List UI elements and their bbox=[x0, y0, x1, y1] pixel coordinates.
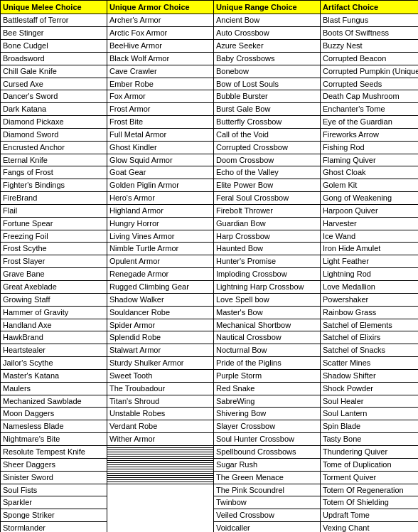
artifact-item: Corrupted Seeds bbox=[321, 78, 418, 91]
range-item: Burst Gale Bow bbox=[214, 103, 320, 116]
artifact-item: Blast Fungus bbox=[321, 14, 418, 27]
range-item: Haunted Bow bbox=[214, 243, 320, 255]
melee-item: Sinister Sword bbox=[1, 472, 107, 484]
armor-item: Archer's Armor bbox=[107, 14, 213, 27]
armor-item: Ember Robe bbox=[107, 78, 213, 91]
artifact-item: Harvester bbox=[321, 218, 418, 230]
armor-item: Cave Crawler bbox=[107, 65, 213, 78]
range-item: Corrupted Crossbow bbox=[214, 142, 320, 154]
artifact-item: Tasty Bone bbox=[321, 433, 418, 446]
armor-item: Glow Squid Armor bbox=[107, 154, 213, 167]
melee-item: Moon Daggers bbox=[1, 408, 107, 420]
artifact-item: Vexing Chant bbox=[321, 522, 418, 532]
melee-item: Mechanized Sawblade bbox=[1, 395, 107, 408]
range-item: The Pink Scoundrel bbox=[214, 484, 320, 497]
artifact-item: Gong of Weakening bbox=[321, 192, 418, 205]
artifact-item: Thundering Quiver bbox=[321, 446, 418, 459]
range-item: Nocturnal Bow bbox=[214, 344, 320, 357]
armor-item: Goat Gear bbox=[107, 166, 213, 179]
artifact-item: Tome of Duplication bbox=[321, 459, 418, 472]
range-item: Lightning Harp Crossbow bbox=[214, 281, 320, 294]
melee-item: Bee Stinger bbox=[1, 27, 107, 40]
armor-item: Opulent Armor bbox=[107, 255, 213, 268]
artifact-item: Boots Of Swiftness bbox=[321, 27, 418, 40]
armor-item: Sturdy Shulker Armor bbox=[107, 357, 213, 370]
artifact-item: Powershaker bbox=[321, 294, 418, 307]
melee-item: Freezing Foil bbox=[1, 230, 107, 243]
armor-header: Unique Armor Choice bbox=[107, 1, 213, 14]
range-item: Firebolt Thrower bbox=[214, 205, 320, 218]
armor-item: Titan's Shroud bbox=[107, 395, 213, 408]
melee-item: Master's Katana bbox=[1, 370, 107, 383]
armor-column: Unique Armor Choice Archer's ArmorArctic… bbox=[107, 1, 214, 532]
range-item: Azure Seeker bbox=[214, 40, 320, 53]
artifact-item: Scatter Mines bbox=[321, 357, 418, 370]
melee-item: FireBrand bbox=[1, 192, 107, 205]
artifact-item: Satchel of Elements bbox=[321, 319, 418, 332]
melee-item: Eternal Knife bbox=[1, 154, 107, 167]
range-item: Doom Crossbow bbox=[214, 154, 320, 167]
melee-item: Heartstealer bbox=[1, 344, 107, 357]
armor-item: Golden Piglin Armor bbox=[107, 179, 213, 192]
armor-item: Verdant Robe bbox=[107, 420, 213, 433]
armor-item: Sweet Tooth bbox=[107, 370, 213, 383]
melee-item: Nightmare's Bite bbox=[1, 433, 107, 446]
range-item: Hunter's Promise bbox=[214, 255, 320, 268]
melee-item: Soul Fists bbox=[1, 484, 107, 497]
artifact-item: Lightning Rod bbox=[321, 268, 418, 281]
range-item: Echo of the Valley bbox=[214, 166, 320, 179]
range-item: Imploding Crossbow bbox=[214, 268, 320, 281]
melee-item: Bone Cudgel bbox=[1, 40, 107, 53]
armor-item: Spider Armor bbox=[107, 319, 213, 332]
artifact-item: Harpoon Quiver bbox=[321, 205, 418, 218]
artifact-item: Satchel of Elixirs bbox=[321, 331, 418, 344]
armor-item: Black Wolf Armor bbox=[107, 53, 213, 65]
armor-item: Hero's Armor bbox=[107, 192, 213, 205]
artifact-item: Fireworks Arrow bbox=[321, 129, 418, 142]
armor-item: Frost Bite bbox=[107, 116, 213, 129]
armor-item: The Troubadour bbox=[107, 383, 213, 395]
melee-item: Diamond Pickaxe bbox=[1, 116, 107, 129]
range-column: Unique Range Choice Ancient BowAuto Cros… bbox=[214, 1, 321, 532]
range-item: Soul Hunter Crossbow bbox=[214, 433, 320, 446]
range-item: Harp Crossbow bbox=[214, 230, 320, 243]
melee-item: Stormlander bbox=[1, 522, 107, 532]
armor-item: Wither Armor bbox=[107, 433, 213, 446]
range-header: Unique Range Choice bbox=[214, 1, 320, 14]
range-item: Slayer Crossbow bbox=[214, 420, 320, 433]
melee-item: Fortune Spear bbox=[1, 218, 107, 230]
melee-item: Fangs of Frost bbox=[1, 166, 107, 179]
melee-item: Grave Bane bbox=[1, 268, 107, 281]
range-item: Sugar Rush bbox=[214, 459, 320, 472]
range-item: Twinbow bbox=[214, 496, 320, 509]
melee-item: Handland Axe bbox=[1, 319, 107, 332]
range-item: SabreWing bbox=[214, 395, 320, 408]
melee-item: Sparkler bbox=[1, 496, 107, 509]
range-item: The Green Menace bbox=[214, 472, 320, 484]
armor-item: Splendid Robe bbox=[107, 331, 213, 344]
range-item: Ancient Bow bbox=[214, 14, 320, 27]
artifact-header: Artifact Choice bbox=[321, 1, 418, 14]
armor-item: Nimble Turtle Armor bbox=[107, 243, 213, 255]
artifact-item: Enchanter's Tome bbox=[321, 103, 418, 116]
artifact-item: Corrupted Beacon bbox=[321, 53, 418, 65]
melee-item: Cursed Axe bbox=[1, 78, 107, 91]
melee-item: Sheer Daggers bbox=[1, 459, 107, 472]
armor-item: Frost Armor bbox=[107, 103, 213, 116]
melee-item: Growing Staff bbox=[1, 294, 107, 307]
armor-item: Highland Armor bbox=[107, 205, 213, 218]
artifact-item: Ice Wand bbox=[321, 230, 418, 243]
armor-item: Souldancer Robe bbox=[107, 307, 213, 319]
artifact-item: Iron Hide Amulet bbox=[321, 243, 418, 255]
armor-item: Renegade Armor bbox=[107, 268, 213, 281]
armor-item bbox=[107, 482, 213, 484]
armor-item: Unstable Robes bbox=[107, 408, 213, 420]
artifact-item: Torment Quiver bbox=[321, 472, 418, 484]
range-item: Voidcaller bbox=[214, 522, 320, 532]
range-item: Love Spell bow bbox=[214, 294, 320, 307]
artifact-item: Love Medallion bbox=[321, 281, 418, 294]
melee-item: Maulers bbox=[1, 383, 107, 395]
artifact-item: Rainbow Grass bbox=[321, 307, 418, 319]
melee-item: Jailor's Scythe bbox=[1, 357, 107, 370]
artifact-item: Death Cap Mushroom bbox=[321, 90, 418, 103]
